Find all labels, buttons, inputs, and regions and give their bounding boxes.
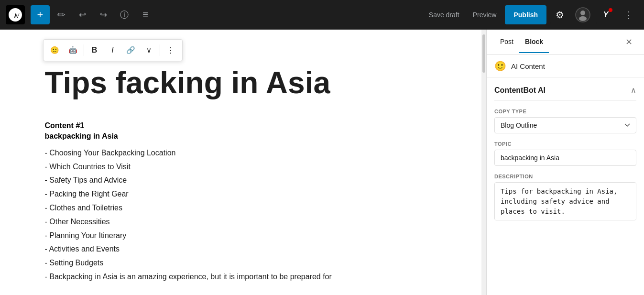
redo-button[interactable]: ↪ — [94, 5, 113, 24]
add-block-button[interactable]: + — [31, 5, 50, 24]
topic-field: TOPIC — [494, 141, 636, 166]
top-toolbar: + ✏ ↩ ↪ ⓘ ≡ Save draft Preview Publish ⚙… — [0, 0, 644, 30]
svg-point-2 — [579, 16, 587, 21]
topic-input[interactable] — [494, 150, 636, 166]
list-item: - Activities and Events — [45, 242, 456, 256]
outline-list: - Choosing Your Backpacking Location - W… — [45, 146, 456, 284]
robot-button[interactable]: 🤖 — [65, 42, 82, 59]
right-panel: Post Block ✕ 🙂 AI Content ContentBot AI … — [486, 30, 644, 295]
list-item: - Clothes and Toiletries — [45, 201, 456, 215]
link-button[interactable]: 🔗 — [122, 42, 140, 59]
description-textarea[interactable]: Tips for backpacking in Asia, including … — [494, 182, 636, 220]
list-item: - Other Necessities — [45, 215, 456, 229]
contentbot-section: ContentBot AI ∧ COPY TYPE Blog Outline B… — [487, 78, 644, 295]
tab-block[interactable]: Block — [519, 31, 549, 53]
editor-area[interactable]: 🙂 🤖 B I 🔗 ∨ ⋮ Tips facking in Asia Conte… — [0, 30, 481, 295]
copy-type-select[interactable]: Blog Outline Blog Post Product Descripti… — [494, 117, 636, 133]
section-collapse-button[interactable]: ∧ — [631, 86, 636, 95]
yoast-button[interactable]: Y — [596, 5, 615, 24]
copy-type-label: COPY TYPE — [494, 109, 636, 114]
bold-button[interactable]: B — [86, 42, 103, 59]
main-area: 🙂 🤖 B I 🔗 ∨ ⋮ Tips facking in Asia Conte… — [0, 30, 644, 295]
yoast-notification-dot — [609, 8, 612, 12]
wp-logo — [6, 5, 25, 24]
ai-icon: 🙂 — [494, 60, 506, 72]
undo-button[interactable]: ↩ — [73, 5, 92, 24]
user-avatar-button[interactable] — [573, 5, 592, 24]
yoast-label: Y — [603, 11, 609, 19]
description-field: DESCRIPTION Tips for backpacking in Asia… — [494, 174, 636, 222]
list-item: - Packing the Right Gear — [45, 187, 456, 201]
block-floating-toolbar: 🙂 🤖 B I 🔗 ∨ ⋮ — [43, 39, 183, 61]
list-item: - Which Countries to Visit — [45, 160, 456, 174]
section-header: ContentBot AI ∧ — [494, 78, 636, 101]
list-item: - Choosing Your Backpacking Location — [45, 146, 456, 160]
more-formats-button[interactable]: ∨ — [141, 42, 158, 59]
block-more-button[interactable]: ⋮ — [162, 42, 179, 59]
save-draft-button[interactable]: Save draft — [424, 8, 464, 22]
emoji-button[interactable]: 🙂 — [46, 42, 64, 59]
ai-content-row[interactable]: 🙂 AI Content — [487, 55, 644, 78]
section-title: ContentBot AI — [494, 86, 546, 95]
preview-button[interactable]: Preview — [468, 8, 502, 22]
list-item: - Safety Tips and Advice — [45, 174, 456, 187]
toolbar-divider-2 — [160, 44, 160, 56]
content-label: Content #1 — [45, 121, 456, 130]
list-view-button[interactable]: ≡ — [136, 5, 155, 24]
list-item: - Backpacking in Asia is an amazing expe… — [45, 270, 456, 284]
post-title[interactable]: Tips facking in Asia — [45, 66, 456, 106]
italic-button[interactable]: I — [104, 42, 121, 59]
ai-content-label: AI Content — [511, 62, 545, 70]
description-label: DESCRIPTION — [494, 174, 636, 179]
edit-button[interactable]: ✏ — [52, 5, 71, 24]
toolbar-divider — [84, 44, 84, 56]
topic-label: TOPIC — [494, 141, 636, 147]
scrollbar-thumb[interactable] — [482, 34, 485, 73]
tab-post[interactable]: Post — [494, 31, 519, 53]
publish-button[interactable]: Publish — [505, 5, 546, 24]
panel-close-button[interactable]: ✕ — [621, 34, 636, 50]
info-button[interactable]: ⓘ — [115, 5, 134, 24]
list-item: - Planning Your Itinerary — [45, 229, 456, 243]
list-item: - Setting Budgets — [45, 256, 456, 270]
content-title: backpacking in Asia — [45, 132, 456, 141]
copy-type-field: COPY TYPE Blog Outline Blog Post Product… — [494, 109, 636, 133]
panel-header: Post Block ✕ — [487, 30, 644, 55]
more-options-button[interactable]: ⋮ — [619, 5, 638, 24]
editor-scrollbar[interactable] — [481, 30, 486, 295]
settings-button[interactable]: ⚙ — [550, 5, 569, 24]
svg-point-1 — [580, 11, 585, 15]
